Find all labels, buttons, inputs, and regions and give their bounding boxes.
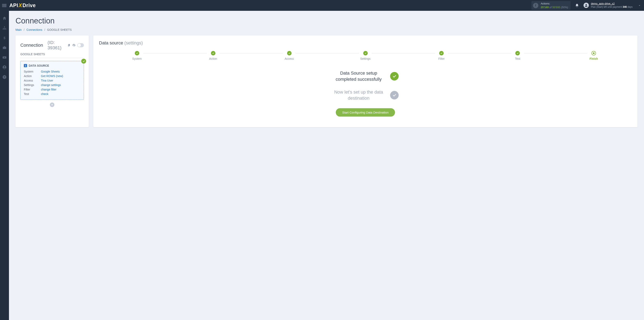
svg-text:$: $ (4, 36, 5, 40)
avatar-icon (584, 3, 589, 8)
logo[interactable]: APIXDrive (9, 3, 36, 8)
step-done-icon (211, 51, 216, 56)
actions-pct: (50%) (561, 6, 568, 9)
gear-icon[interactable] (72, 44, 76, 47)
logo-text-x: X (18, 3, 22, 8)
connection-subtitle: GOOGLE SHEETS (20, 53, 84, 58)
actions-of: of (550, 6, 552, 9)
row-system-v[interactable]: Google Sheets (41, 70, 60, 73)
start-configuring-button[interactable]: Start Configuring Data Destination (336, 108, 395, 117)
row-settings-k: Settings (24, 83, 41, 87)
data-source-box[interactable]: 1 DATA SOURCE SystemGoogle Sheets Action… (20, 61, 84, 100)
step-done-icon (515, 51, 520, 56)
actions-total: 50'000 (552, 6, 560, 9)
logo-text-api: API (9, 3, 18, 8)
row-filter-v[interactable]: change filter (41, 88, 56, 91)
crumb-main[interactable]: Main (16, 28, 22, 31)
notifications-icon[interactable] (575, 4, 579, 8)
actions-used: 25'169 (541, 6, 549, 9)
menu-toggle[interactable] (2, 3, 6, 8)
step-access[interactable]: Access (251, 51, 328, 60)
svg-rect-4 (6, 29, 6, 30)
connection-toggle[interactable] (77, 43, 84, 47)
step-label: Finish (556, 57, 632, 60)
data-source-settings-card: Data source (settings) SystemActionAcces… (93, 36, 638, 127)
step-label: Settings (328, 57, 404, 60)
check-icon (81, 59, 86, 64)
row-system-k: System (24, 69, 41, 74)
plan-days: 346 (622, 6, 627, 8)
nav-connections-icon[interactable] (2, 26, 7, 30)
box-title: DATA SOURCE (29, 64, 49, 67)
step-label: Action (175, 57, 251, 60)
copy-icon[interactable] (68, 44, 71, 47)
row-access-v[interactable]: Tina User (41, 79, 53, 82)
right-heading-text: Data source (99, 40, 123, 46)
next-step-message: Now let's set up the data destination (332, 89, 385, 101)
step-filter[interactable]: Filter (403, 51, 480, 60)
connection-summary-card: Connection (ID: 39361) GOOGLE SHEETS 1 D… (16, 36, 89, 127)
add-destination-button[interactable]: + (50, 103, 54, 107)
row-test-k: Test (24, 92, 41, 96)
nav-account-icon[interactable] (2, 65, 7, 70)
row-filter-k: Filter (24, 87, 41, 92)
page-title: Connection (16, 17, 638, 25)
row-action-v[interactable]: Get ROWS (new) (41, 74, 63, 78)
step-done-icon (135, 51, 139, 56)
breadcrumb: Main / Connections / GOOGLE SHEETS (16, 28, 638, 31)
step-label: Access (251, 57, 328, 60)
success-message: Data Source setup completed successfully (332, 70, 385, 82)
step-settings[interactable]: Settings (328, 51, 404, 60)
step-current-icon (592, 51, 596, 56)
svg-rect-1 (4, 26, 5, 27)
crumb-connections[interactable]: Connections (26, 28, 42, 31)
step-done-icon (439, 51, 444, 56)
step-action[interactable]: Action (175, 51, 251, 60)
topbar: APIXDrive i Actions: 25'169 of 50'000 (5… (0, 0, 644, 11)
row-test-v[interactable]: check (41, 92, 48, 96)
crumb-current: GOOGLE SHEETS (47, 28, 72, 31)
right-heading: Data source (settings) (99, 40, 632, 46)
svg-point-0 (586, 4, 587, 5)
row-settings-v[interactable]: change settings (41, 83, 61, 87)
step-label: Test (480, 57, 556, 60)
actions-label: Actions: (541, 2, 568, 6)
plan-suffix: days (627, 6, 632, 8)
svg-rect-2 (3, 29, 4, 30)
step-label: Filter (403, 57, 480, 60)
row-action-k: Action (24, 74, 41, 78)
step-finish[interactable]: Finish (556, 51, 632, 60)
success-check-icon (390, 72, 399, 81)
info-icon: i (533, 3, 538, 8)
logo-text-drive: Drive (22, 3, 36, 8)
row-access-k: Access (24, 78, 41, 83)
nav-briefcase-icon[interactable] (2, 46, 7, 50)
pending-check-icon (390, 91, 399, 100)
nav-video-icon[interactable] (2, 55, 7, 60)
step-system[interactable]: System (99, 51, 175, 60)
svg-text:?: ? (4, 76, 5, 79)
user-plan: Plan |Start| left until payment 346 days (591, 6, 632, 9)
connection-id: (ID: 39361) (48, 40, 66, 51)
actions-counter[interactable]: i Actions: 25'169 of 50'000 (50%) (532, 1, 570, 10)
step-label: System (99, 57, 175, 60)
plan-prefix: Plan |Start| left until payment (591, 6, 622, 8)
side-rail: $ ? (0, 11, 9, 320)
step-test[interactable]: Test (480, 51, 556, 60)
nav-billing-icon[interactable]: $ (2, 36, 7, 40)
user-name: demo_apix-drive_s2 (591, 2, 632, 6)
step-done-icon (287, 51, 292, 56)
nav-home-icon[interactable] (2, 16, 7, 21)
box-number: 1 (24, 64, 27, 67)
svg-point-8 (4, 66, 5, 68)
content: Connection Main / Connections / GOOGLE S… (9, 11, 644, 320)
chevron-down-icon[interactable] (638, 4, 641, 7)
user-menu[interactable]: demo_apix-drive_s2 Plan |Start| left unt… (584, 2, 632, 9)
svg-rect-3 (4, 29, 5, 30)
nav-help-icon[interactable]: ? (2, 75, 7, 79)
stepper: SystemActionAccessSettingsFilterTestFini… (99, 51, 632, 60)
right-heading-muted: (settings) (124, 40, 143, 46)
connection-heading-text: Connection (20, 43, 43, 48)
connection-heading: Connection (ID: 39361) (20, 40, 84, 51)
step-done-icon (363, 51, 368, 56)
